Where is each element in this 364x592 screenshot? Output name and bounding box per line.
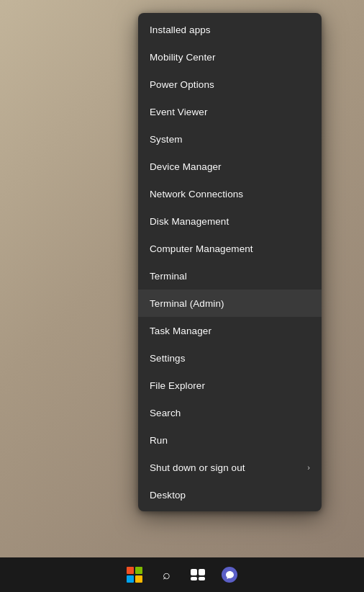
- menu-item-label-settings: Settings: [150, 353, 186, 364]
- menu-item-label-file-explorer: File Explorer: [150, 380, 205, 391]
- menu-item-label-device-manager: Device Manager: [150, 161, 222, 172]
- start-button[interactable]: [120, 560, 149, 589]
- menu-item-file-explorer[interactable]: File Explorer: [138, 372, 322, 399]
- menu-item-power-options[interactable]: Power Options: [138, 71, 322, 98]
- menu-item-label-terminal: Terminal: [150, 271, 187, 282]
- menu-item-installed-apps[interactable]: Installed apps: [138, 16, 322, 43]
- menu-item-event-viewer[interactable]: Event Viewer: [138, 98, 322, 125]
- menu-item-label-system: System: [150, 134, 183, 145]
- menu-item-label-search: Search: [150, 408, 181, 418]
- logo-cell-3: [127, 575, 134, 583]
- menu-item-search[interactable]: Search: [138, 399, 322, 426]
- menu-item-label-power-options: Power Options: [150, 79, 214, 90]
- logo-cell-4: [135, 575, 142, 583]
- svg-rect-1: [199, 569, 205, 575]
- task-view-icon: [191, 569, 205, 580]
- menu-item-desktop[interactable]: Desktop: [138, 481, 322, 508]
- logo-cell-2: [135, 567, 142, 574]
- menu-item-label-event-viewer: Event Viewer: [150, 107, 208, 117]
- menu-item-terminal-admin[interactable]: Terminal (Admin): [138, 290, 322, 317]
- svg-rect-3: [199, 577, 205, 580]
- svg-rect-2: [191, 577, 197, 580]
- menu-item-label-task-manager: Task Manager: [150, 326, 211, 336]
- menu-item-label-shut-down: Shut down or sign out: [150, 462, 245, 473]
- chat-button[interactable]: [215, 560, 244, 589]
- submenu-arrow-icon: ›: [307, 463, 310, 472]
- menu-item-label-disk-management: Disk Management: [150, 216, 229, 227]
- menu-item-run[interactable]: Run: [138, 426, 322, 454]
- logo-cell-1: [127, 567, 134, 574]
- menu-item-network-connections[interactable]: Network Connections: [138, 180, 322, 207]
- menu-item-task-manager[interactable]: Task Manager: [138, 317, 322, 344]
- menu-item-device-manager[interactable]: Device Manager: [138, 153, 322, 180]
- menu-item-label-network-connections: Network Connections: [150, 189, 243, 199]
- menu-item-computer-management[interactable]: Computer Management: [138, 235, 322, 262]
- menu-item-system[interactable]: System: [138, 125, 322, 153]
- menu-item-mobility-center[interactable]: Mobility Center: [138, 43, 322, 71]
- context-menu: Installed appsMobility CenterPower Optio…: [138, 13, 322, 511]
- menu-item-shut-down[interactable]: Shut down or sign out›: [138, 454, 322, 481]
- menu-item-terminal[interactable]: Terminal: [138, 262, 322, 290]
- task-view-button[interactable]: [183, 560, 212, 589]
- menu-item-label-mobility-center: Mobility Center: [150, 52, 216, 63]
- menu-item-label-desktop: Desktop: [150, 490, 186, 501]
- menu-item-disk-management[interactable]: Disk Management: [138, 207, 322, 235]
- menu-item-label-run: Run: [150, 435, 168, 446]
- menu-item-settings[interactable]: Settings: [138, 344, 322, 372]
- search-taskbar-button[interactable]: ⌕: [152, 560, 181, 589]
- search-taskbar-icon: ⌕: [163, 568, 170, 583]
- taskbar: ⌕: [0, 557, 364, 592]
- svg-rect-0: [191, 569, 197, 575]
- menu-item-label-terminal-admin: Terminal (Admin): [150, 298, 224, 309]
- chat-icon: [222, 567, 237, 583]
- windows-logo-icon: [127, 567, 142, 583]
- menu-item-label-computer-management: Computer Management: [150, 243, 253, 254]
- menu-item-label-installed-apps: Installed apps: [150, 24, 211, 35]
